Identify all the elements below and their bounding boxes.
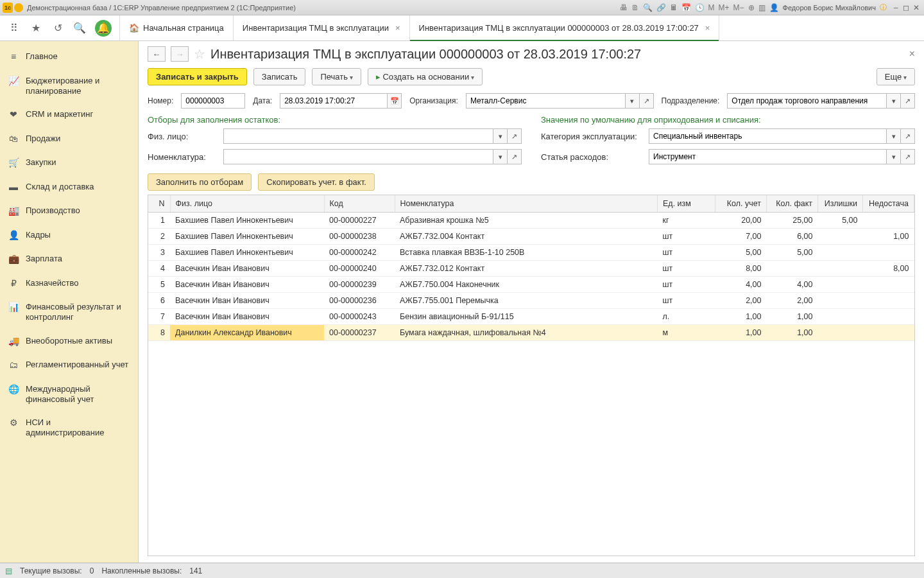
- table-row[interactable]: 2Бахшиев Павел Иннокентьевич00-00000238А…: [148, 229, 914, 245]
- link-icon[interactable]: 🔗: [656, 3, 666, 12]
- person-filter-input[interactable]: [223, 128, 493, 144]
- table-row[interactable]: 6Васечкин Иван Иванович00-00000236АЖБ7.7…: [148, 293, 914, 309]
- close-icon[interactable]: ×: [909, 48, 915, 60]
- organization-input[interactable]: [466, 93, 626, 109]
- items-table[interactable]: N Физ. лицо Код Номенклатура Ед. изм Кол…: [148, 195, 915, 556]
- table-row[interactable]: 4Васечкин Иван Иванович00-00000240АЖБ7.7…: [148, 261, 914, 277]
- col-surplus[interactable]: Излишки: [818, 195, 863, 213]
- dropdown-icon[interactable]: ▾: [887, 149, 901, 164]
- sidebar-item-0[interactable]: ≡Главное: [0, 45, 138, 69]
- calendar-icon[interactable]: 📅: [681, 3, 691, 12]
- open-icon[interactable]: ↗: [508, 149, 522, 164]
- col-code[interactable]: Код: [324, 195, 395, 213]
- cell-person: Васечкин Иван Иванович: [170, 277, 324, 293]
- sidebar-item-5[interactable]: ▬Склад и доставка: [0, 175, 138, 200]
- app-menu-dropdown[interactable]: [14, 3, 23, 12]
- open-icon[interactable]: ↗: [508, 128, 522, 144]
- table-row[interactable]: 7Васечкин Иван Иванович00-00000243Бензин…: [148, 309, 914, 325]
- m-plus-button[interactable]: M+: [719, 3, 730, 12]
- dropdown-icon[interactable]: ▾: [887, 93, 901, 109]
- close-icon[interactable]: ×: [705, 23, 710, 33]
- close-button[interactable]: ✕: [911, 3, 921, 12]
- sidebar-item-8[interactable]: 💼Зарплата: [0, 247, 138, 272]
- tab-inventory-doc[interactable]: Инвентаризация ТМЦ в эксплуатации 000000…: [410, 15, 720, 40]
- search-icon[interactable]: 🔍: [73, 22, 86, 35]
- maximize-button[interactable]: ◻: [901, 3, 911, 12]
- col-person[interactable]: Физ. лицо: [170, 195, 324, 213]
- table-row[interactable]: 1Бахшиев Павел Иннокентьевич00-00000227А…: [148, 213, 914, 229]
- notifications-icon[interactable]: 🔔: [95, 20, 112, 37]
- sidebar-item-3[interactable]: 🛍Продажи: [0, 127, 138, 152]
- col-n[interactable]: N: [148, 195, 170, 213]
- dropdown-icon[interactable]: ▾: [626, 93, 640, 109]
- tab-home[interactable]: 🏠 Начальная страница: [119, 15, 234, 40]
- m-minus-button[interactable]: M−: [733, 3, 744, 12]
- tab-inventory-list[interactable]: Инвентаризация ТМЦ в эксплуатации ×: [234, 15, 410, 40]
- create-based-on-button[interactable]: Создать на основании: [368, 68, 483, 85]
- save-and-close-button[interactable]: Записать и закрыть: [148, 68, 247, 85]
- cost-item-input[interactable]: [649, 149, 887, 164]
- table-row[interactable]: 5Васечкин Иван Иванович00-00000239АЖБ7.7…: [148, 277, 914, 293]
- category-input[interactable]: [649, 128, 887, 144]
- open-icon[interactable]: ↗: [901, 128, 915, 144]
- save-button[interactable]: Записать: [253, 68, 306, 85]
- sidebar-item-13[interactable]: 🌐Международный финансовый учет: [0, 378, 138, 412]
- open-icon[interactable]: ↗: [901, 93, 915, 109]
- m-button[interactable]: M: [708, 3, 715, 12]
- open-icon[interactable]: ↗: [640, 93, 654, 109]
- print-icon[interactable]: 🖶: [620, 3, 628, 12]
- col-qty-acc[interactable]: Кол. учет: [715, 195, 767, 213]
- minimize-button[interactable]: –: [891, 3, 901, 12]
- zoom-icon[interactable]: ⊕: [748, 3, 755, 12]
- close-icon[interactable]: ×: [395, 23, 400, 33]
- col-qty-fact[interactable]: Кол. факт: [767, 195, 818, 213]
- sidebar-item-1[interactable]: 📈Бюджетирование и планирование: [0, 69, 138, 103]
- nomenclature-filter-input[interactable]: [223, 149, 493, 164]
- sidebar-item-4[interactable]: 🛒Закупки: [0, 151, 138, 175]
- filters-heading: Отборы для заполнения остатков:: [148, 115, 522, 125]
- dropdown-icon[interactable]: ▾: [493, 149, 508, 164]
- col-unit[interactable]: Ед. изм: [658, 195, 715, 213]
- dropdown-icon[interactable]: ▾: [493, 128, 508, 144]
- nav-forward-button[interactable]: →: [171, 46, 189, 62]
- cell-qty-fact: 1,00: [767, 325, 818, 341]
- fill-by-filters-button[interactable]: Заполнить по отборам: [148, 173, 252, 191]
- sidebar-item-10[interactable]: 📊Финансовый результат и контроллинг: [0, 295, 138, 329]
- sidebar-item-6[interactable]: 🏭Производство: [0, 199, 138, 223]
- sidebar-item-2[interactable]: ❤CRM и маркетинг: [0, 103, 138, 127]
- calendar-icon[interactable]: 📅: [388, 93, 402, 109]
- apps-icon[interactable]: ⠿: [8, 22, 21, 35]
- history-icon[interactable]: ↺: [51, 22, 64, 35]
- sidebar-item-14[interactable]: ⚙НСИ и администрирование: [0, 411, 138, 445]
- sidebar-item-12[interactable]: 🗂Регламентированный учет: [0, 353, 138, 378]
- cell-nomenclature: Бумага наждачная, шлифовальная №4: [395, 325, 658, 341]
- open-icon[interactable]: ↗: [901, 149, 915, 164]
- doc-icon[interactable]: 🗎: [631, 3, 639, 12]
- clock-icon[interactable]: 🕓: [695, 3, 705, 12]
- panels-icon[interactable]: ▥: [758, 3, 766, 12]
- cell-nomenclature: Бензин авиационный Б-91/115: [395, 309, 658, 325]
- department-input[interactable]: [727, 93, 887, 109]
- cell-surplus: [818, 325, 863, 341]
- sidebar-item-9[interactable]: ₽Казначейство: [0, 272, 138, 296]
- search-icon[interactable]: 🔍: [643, 3, 653, 12]
- favorite-star-icon[interactable]: ☆: [194, 46, 205, 62]
- copy-acc-to-fact-button[interactable]: Скопировать учет. в факт.: [258, 173, 374, 191]
- calc-icon[interactable]: 🖩: [670, 3, 678, 12]
- table-row[interactable]: 8Данилкин Александр Иванович00-00000237Б…: [148, 325, 914, 341]
- dropdown-icon[interactable]: ▾: [887, 128, 901, 144]
- org-label: Организация:: [409, 96, 458, 105]
- current-user[interactable]: Федоров Борис Михайлович: [783, 4, 876, 12]
- nav-back-button[interactable]: ←: [148, 46, 166, 62]
- date-input[interactable]: [280, 93, 388, 109]
- info-icon[interactable]: ⓘ: [880, 3, 887, 12]
- col-shortage[interactable]: Недостача: [863, 195, 914, 213]
- col-nomenclature[interactable]: Номенклатура: [395, 195, 658, 213]
- favorite-icon[interactable]: ★: [30, 22, 42, 35]
- print-button[interactable]: Печать: [312, 68, 361, 85]
- more-button[interactable]: Еще: [877, 68, 915, 85]
- table-row[interactable]: 3Бахшиев Павел Иннокентьевич00-00000242В…: [148, 245, 914, 261]
- number-input[interactable]: [181, 93, 245, 109]
- sidebar-item-7[interactable]: 👤Кадры: [0, 223, 138, 248]
- sidebar-item-11[interactable]: 🚚Внеоборотные активы: [0, 329, 138, 354]
